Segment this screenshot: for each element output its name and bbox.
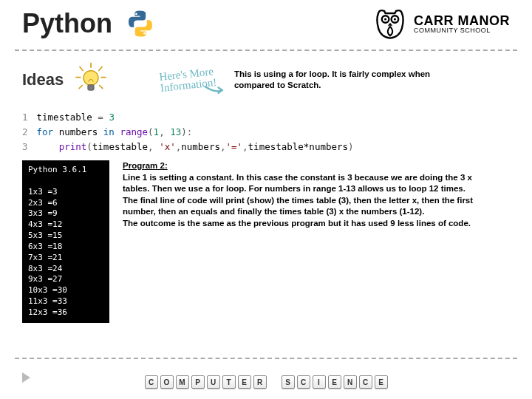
ideas-heading: Ideas (22, 70, 64, 89)
key-cap: E (238, 375, 251, 389)
key-cap: M (176, 375, 189, 389)
program-heading: Program 2: (123, 161, 168, 170)
desc-p2: The final line of code will print (show)… (123, 195, 477, 218)
svg-point-1 (143, 33, 146, 35)
arrow-icon (204, 82, 229, 98)
svg-point-0 (135, 13, 137, 15)
key-cap: E (375, 375, 388, 389)
divider-top (15, 50, 517, 51)
key-cap: N (344, 375, 357, 389)
desc-p1: Line 1 is setting a constant. In this ca… (123, 172, 477, 195)
code-block: 1 2 3 timestable = 3 for numbers in rang… (22, 110, 510, 154)
key-cap: P (191, 375, 205, 389)
key-cap: U (207, 375, 220, 389)
page-title: Python (22, 8, 112, 39)
svg-point-5 (394, 18, 396, 20)
divider-bottom (15, 358, 517, 359)
svg-rect-14 (88, 85, 94, 91)
note-text: This is using a for loop. It is fairly c… (234, 69, 441, 91)
description: Program 2: Line 1 is setting a constant.… (123, 160, 477, 323)
key-cap: O (160, 375, 174, 389)
python-logo-icon (126, 9, 155, 38)
svg-line-12 (100, 86, 103, 89)
svg-line-7 (80, 67, 83, 71)
lightbulb-icon (72, 61, 109, 98)
key-cap: C (297, 375, 310, 389)
svg-point-13 (83, 71, 98, 86)
more-info-callout: Here's More Information! (159, 66, 217, 94)
key-cap: S (282, 375, 295, 389)
svg-line-8 (99, 67, 102, 71)
key-cap: R (253, 375, 267, 389)
svg-line-11 (79, 86, 82, 89)
next-arrow-icon (22, 372, 30, 383)
key-cap: T (222, 375, 236, 389)
desc-p3: The outcome is the same as the previous … (123, 218, 477, 230)
key-cap: I (313, 375, 326, 389)
key-cap: C (359, 375, 372, 389)
key-cap: E (328, 375, 341, 389)
code-lines: timestable = 3 for numbers in range(1, 1… (37, 110, 354, 154)
school-logo: CARR MANOR COMMUNITY SCHOOL (372, 7, 510, 40)
key-cap: C (145, 375, 158, 389)
footer-keys: COMPUTERSCIENCE (145, 375, 388, 389)
school-name: CARR MANOR (414, 14, 510, 27)
school-subtitle: COMMUNITY SCHOOL (414, 27, 510, 34)
code-gutter: 1 2 3 (22, 110, 28, 154)
owl-icon (372, 7, 408, 40)
terminal-output: Python 3.6.1 1x3 =3 2x3 =6 3x3 =9 4x3 =1… (22, 160, 109, 323)
svg-point-4 (384, 18, 386, 20)
